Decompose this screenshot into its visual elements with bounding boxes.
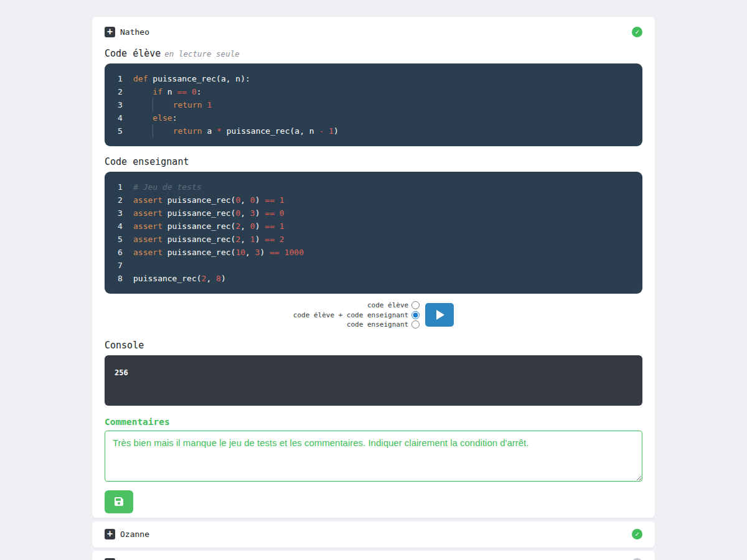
panel-header-left: + Natheo bbox=[105, 27, 149, 37]
code-line: 1def puissance_rec(a, n): bbox=[105, 72, 642, 85]
line-number: 2 bbox=[105, 85, 133, 98]
collapse-toggle-icon[interactable]: + bbox=[105, 27, 115, 37]
run-button[interactable] bbox=[425, 303, 454, 327]
code-line: 2 if n == 0: bbox=[105, 85, 642, 98]
code-line: 4assert puissance_rec(2, 0) == 1 bbox=[105, 220, 642, 233]
panel-header-left: + Ozanne bbox=[105, 529, 149, 539]
console-output[interactable]: 256 bbox=[105, 355, 642, 406]
code-line: 4 else: bbox=[105, 111, 642, 124]
code-line: 3 return 1 bbox=[105, 98, 642, 111]
student-panel-riwana: + Riwana ✓ bbox=[92, 551, 655, 560]
student-name: Ozanne bbox=[120, 530, 149, 539]
radio-label: code élève + code enseignant bbox=[293, 311, 408, 319]
code-text: assert puissance_rec(10, 3) == 1000 bbox=[133, 246, 304, 259]
code-line: 5assert puissance_rec(2, 1) == 2 bbox=[105, 233, 642, 246]
console-label: Console bbox=[105, 340, 642, 351]
student-panel-ozanne: + Ozanne ✓ bbox=[92, 521, 655, 548]
radio-input[interactable] bbox=[411, 311, 420, 319]
code-text: assert puissance_rec(2, 0) == 1 bbox=[133, 220, 284, 233]
radio-input[interactable] bbox=[411, 301, 420, 309]
run-target-radio-group: code élèvecode élève + code enseignantco… bbox=[293, 301, 420, 330]
play-icon bbox=[436, 310, 444, 320]
status-check-icon: ✓ bbox=[632, 529, 642, 539]
line-number: 4 bbox=[105, 111, 133, 124]
code-text: else: bbox=[133, 111, 177, 124]
radio-input[interactable] bbox=[411, 320, 420, 329]
code-line: 6assert puissance_rec(10, 3) == 1000 bbox=[105, 246, 642, 259]
code-text: return a * puissance_rec(a, n - 1) bbox=[133, 124, 339, 138]
comments-textarea[interactable]: Très bien mais il manque le jeu de tests… bbox=[105, 431, 642, 482]
code-line: 7 bbox=[105, 259, 642, 272]
student-panel-natheo: + Natheo ✓ Code élèveen lecture seule 1d… bbox=[92, 17, 655, 518]
code-line: 2assert puissance_rec(0, 0) == 1 bbox=[105, 194, 642, 207]
review-page: + Natheo ✓ Code élèveen lecture seule 1d… bbox=[92, 17, 655, 560]
teacher-code-editor[interactable]: 1# Jeu de tests2assert puissance_rec(0, … bbox=[105, 172, 642, 294]
run-option-2[interactable]: code enseignant bbox=[293, 320, 420, 330]
code-text: assert puissance_rec(2, 1) == 2 bbox=[133, 233, 284, 246]
line-number: 7 bbox=[105, 259, 133, 272]
readonly-note: en lecture seule bbox=[164, 49, 239, 58]
code-text: puissance_rec(2, 8) bbox=[133, 272, 226, 285]
panel-header: + Natheo ✓ bbox=[105, 26, 642, 38]
code-line: 8puissance_rec(2, 8) bbox=[105, 272, 642, 285]
line-number: 5 bbox=[105, 124, 133, 138]
teacher-code-label: Code enseignant bbox=[105, 156, 642, 167]
line-number: 6 bbox=[105, 246, 133, 259]
code-text: return 1 bbox=[133, 98, 212, 111]
student-code-label: Code élèveen lecture seule bbox=[105, 48, 642, 59]
console-text: 256 bbox=[115, 368, 128, 377]
comments-label: Commentaires bbox=[105, 417, 642, 427]
code-line: 1# Jeu de tests bbox=[105, 180, 642, 194]
line-number: 1 bbox=[105, 180, 133, 194]
run-option-1[interactable]: code élève + code enseignant bbox=[293, 310, 420, 320]
code-text: assert puissance_rec(0, 0) == 1 bbox=[133, 194, 284, 207]
run-bar: code élèvecode élève + code enseignantco… bbox=[105, 301, 642, 330]
status-check-icon: ✓ bbox=[632, 27, 642, 37]
save-button[interactable] bbox=[105, 490, 133, 513]
code-text: # Jeu de tests bbox=[133, 180, 202, 194]
line-number: 3 bbox=[105, 98, 133, 111]
run-option-0[interactable]: code élève bbox=[293, 301, 420, 310]
student-code-editor[interactable]: 1def puissance_rec(a, n):2 if n == 0:3 r… bbox=[105, 63, 642, 146]
code-line: 3assert puissance_rec(0, 3) == 0 bbox=[105, 207, 642, 220]
line-number: 1 bbox=[105, 72, 133, 85]
code-text: assert puissance_rec(0, 3) == 0 bbox=[133, 207, 284, 220]
code-line: 5 return a * puissance_rec(a, n - 1) bbox=[105, 124, 642, 138]
radio-label: code élève bbox=[367, 301, 408, 309]
line-number: 4 bbox=[105, 220, 133, 233]
code-text bbox=[133, 259, 138, 272]
code-text: if n == 0: bbox=[133, 85, 202, 98]
line-number: 5 bbox=[105, 233, 133, 246]
line-number: 3 bbox=[105, 207, 133, 220]
line-number: 2 bbox=[105, 194, 133, 207]
line-number: 8 bbox=[105, 272, 133, 285]
expand-toggle-icon[interactable]: + bbox=[105, 529, 115, 539]
student-name: Natheo bbox=[120, 27, 149, 37]
radio-label: code enseignant bbox=[347, 320, 408, 329]
code-text: def puissance_rec(a, n): bbox=[133, 72, 250, 85]
floppy-disk-icon bbox=[114, 497, 124, 506]
